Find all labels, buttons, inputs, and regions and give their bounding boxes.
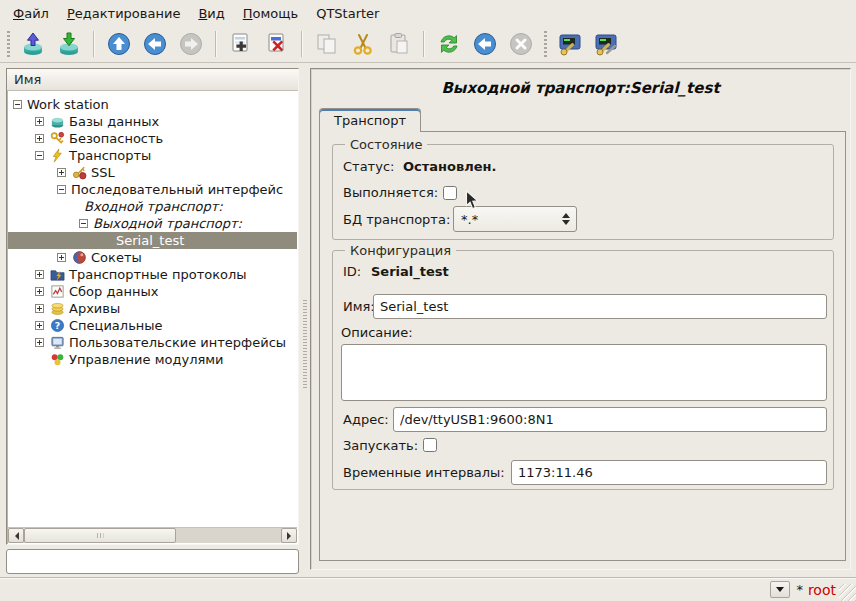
status-bar: * root [0, 577, 856, 601]
copy-item-button[interactable] [311, 28, 343, 60]
expand-icon[interactable] [35, 117, 44, 126]
save-to-db-icon [56, 31, 82, 57]
paste-item-button[interactable] [383, 28, 415, 60]
load-from-db-button[interactable] [17, 28, 49, 60]
cut-item-button[interactable] [347, 28, 379, 60]
name-label: Имя: [343, 299, 375, 314]
qtcfg-configurator-button[interactable] [554, 28, 586, 60]
menu-file[interactable]: Файл [4, 2, 58, 25]
qtcfg-configurator-alt-icon [593, 31, 619, 57]
transports-icon [49, 148, 65, 163]
tree-item-transport-protocols[interactable]: Транспортные протоколы [8, 266, 297, 283]
save-to-db-button[interactable] [53, 28, 85, 60]
to-start-checkbox[interactable] [423, 438, 437, 452]
tree-item-label: Work station [27, 97, 109, 112]
tree-column-header[interactable]: Имя [7, 69, 298, 91]
tree-item-sockets[interactable]: Сокеты [8, 249, 297, 266]
description-label: Описание: [341, 325, 413, 340]
back-icon [142, 31, 168, 57]
running-checkbox[interactable] [443, 186, 457, 200]
tree-item-ssl[interactable]: SSL [8, 164, 297, 181]
tab-transport-label: Транспорт [334, 113, 406, 128]
collapse-icon[interactable] [57, 185, 66, 194]
collapse-icon[interactable] [79, 219, 88, 228]
tree-item-security[interactable]: Безопасность [8, 130, 297, 147]
tree-horizontal-scrollbar[interactable] [8, 527, 297, 543]
tree-item-serial-test[interactable]: Serial_test [8, 232, 297, 249]
up-level-button[interactable] [103, 28, 135, 60]
start-updating-button[interactable] [469, 28, 501, 60]
user-interfaces-icon [49, 335, 65, 350]
expand-icon[interactable] [57, 168, 66, 177]
special-icon: ? [49, 318, 65, 333]
status-dropdown-button[interactable] [770, 581, 790, 598]
delete-item-button[interactable] [261, 28, 293, 60]
timings-input[interactable] [511, 460, 827, 485]
address-input[interactable] [393, 407, 827, 432]
tree-item-user-interfaces[interactable]: Пользовательские интерфейсы [8, 334, 297, 351]
menu-view[interactable]: Вид [189, 2, 233, 25]
expand-icon[interactable] [35, 287, 44, 296]
forward-icon [178, 31, 204, 57]
tree-item-archives[interactable]: Архивы [8, 300, 297, 317]
modules-icon [49, 352, 65, 367]
security-icon [49, 131, 65, 146]
data-acquisition-icon [49, 284, 65, 299]
tree-item-databases[interactable]: Базы данных [8, 113, 297, 130]
expand-icon[interactable] [35, 134, 44, 143]
transport-db-combobox[interactable]: *.* [453, 206, 577, 232]
tab-transport[interactable]: Транспорт [319, 108, 421, 132]
qtcfg-configurator-icon [557, 31, 583, 57]
forward-button[interactable] [175, 28, 207, 60]
menu-edit[interactable]: Редактирование [58, 2, 189, 25]
refresh-button[interactable] [433, 28, 465, 60]
tree-item-work-station[interactable]: Work station [8, 96, 297, 113]
copy-item-icon [314, 31, 340, 57]
expand-icon[interactable] [35, 270, 44, 279]
tree-search-input[interactable] [6, 549, 299, 574]
expand-icon[interactable] [35, 338, 44, 347]
tree-item-module-management[interactable]: Управление модулями [8, 351, 297, 368]
stop-updating-button[interactable] [505, 28, 537, 60]
description-textarea[interactable] [341, 344, 827, 401]
add-item-button[interactable] [225, 28, 257, 60]
qtcfg-configurator-alt-button[interactable] [590, 28, 622, 60]
collapse-icon[interactable] [35, 151, 44, 160]
sockets-icon [71, 250, 87, 265]
id-label: ID: [343, 264, 361, 279]
protocols-icon [49, 267, 65, 282]
toolbar-handle[interactable] [542, 31, 549, 57]
name-input[interactable] [373, 294, 827, 319]
paste-item-icon [386, 31, 412, 57]
transport-db-label: БД транспорта: [343, 212, 450, 227]
tree-item-label: Последовательный интерфейс [71, 182, 283, 197]
current-user[interactable]: root [808, 582, 836, 598]
status-label: Статус: [343, 159, 394, 174]
tree-item-serial-interface[interactable]: Последовательный интерфейс [8, 181, 297, 198]
scroll-right-button[interactable] [281, 528, 297, 543]
tree-item-transports[interactable]: Транспорты [8, 147, 297, 164]
timings-label: Временные интервалы: [343, 465, 505, 480]
panel-splitter[interactable] [301, 68, 309, 570]
scrollbar-track[interactable] [176, 528, 281, 543]
tree-item-label: Специальные [69, 318, 163, 333]
expand-icon[interactable] [57, 253, 66, 262]
resize-grip[interactable] [839, 584, 856, 601]
menu-qtstarter[interactable]: QTStarter [307, 2, 388, 25]
back-button[interactable] [139, 28, 171, 60]
menu-help[interactable]: Помощь [234, 2, 307, 25]
scrollbar-thumb[interactable] [24, 528, 176, 543]
expand-icon[interactable] [35, 321, 44, 330]
tree-item-special[interactable]: ? Специальные [8, 317, 297, 334]
toolbar-handle[interactable] [5, 31, 12, 57]
collapse-icon[interactable] [13, 100, 22, 109]
tree-item-output-transport[interactable]: Выходной транспорт: [8, 215, 297, 232]
scroll-left-button[interactable] [8, 528, 24, 543]
tree-item-input-transport[interactable]: Входной транспорт: [8, 198, 297, 215]
tree-panel: Имя Work station Базы данных Безопасност… [6, 68, 299, 545]
tree-item-data-acquisition[interactable]: Сбор данных [8, 283, 297, 300]
config-groupbox: Конфигурация ID: Serial_test Имя: Описан… [332, 250, 834, 490]
tree-item-label: Выходной транспорт: [93, 216, 242, 231]
expand-icon[interactable] [35, 304, 44, 313]
state-groupbox-legend: Состояние [345, 137, 427, 152]
